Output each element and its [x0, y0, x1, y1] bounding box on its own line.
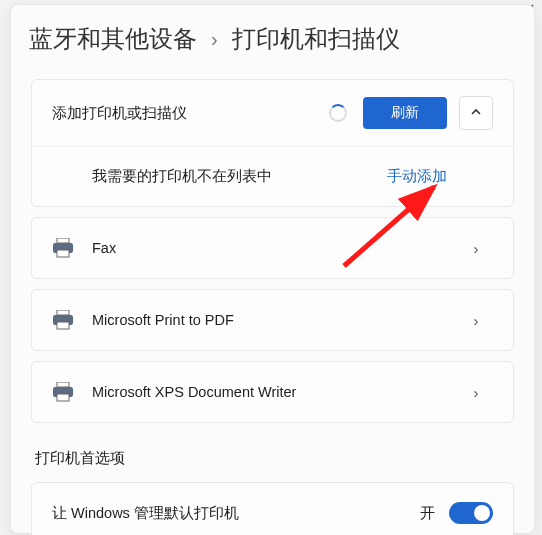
manage-default-label: 让 Windows 管理默认打印机	[52, 504, 420, 523]
manage-default-toggle[interactable]	[449, 502, 493, 524]
add-printer-title: 添加打印机或扫描仪	[52, 104, 329, 123]
printer-icon	[52, 238, 92, 258]
printer-icon	[52, 382, 92, 402]
chevron-right-icon: ›	[459, 240, 493, 257]
svg-rect-7	[57, 310, 69, 315]
not-in-list-label: 我需要的打印机不在列表中	[52, 167, 387, 186]
breadcrumb-parent[interactable]: 蓝牙和其他设备	[29, 23, 197, 55]
chevron-right-icon: ›	[459, 384, 493, 401]
refresh-button[interactable]: 刷新	[363, 97, 447, 129]
toggle-state-text: 开	[420, 504, 435, 523]
collapse-toggle[interactable]	[459, 96, 493, 130]
svg-rect-4	[57, 238, 69, 243]
svg-rect-10	[57, 382, 69, 387]
loading-spinner-icon	[329, 104, 347, 122]
svg-rect-6	[57, 250, 69, 257]
printer-name: Microsoft XPS Document Writer	[92, 384, 459, 400]
printer-icon	[52, 310, 92, 330]
chevron-right-icon: ›	[211, 28, 218, 51]
printer-item-xps[interactable]: Microsoft XPS Document Writer ›	[31, 361, 514, 423]
printer-item-pdf[interactable]: Microsoft Print to PDF ›	[31, 289, 514, 351]
svg-rect-12	[57, 394, 69, 401]
printer-name: Fax	[92, 240, 459, 256]
manage-default-row[interactable]: 让 Windows 管理默认打印机 开	[31, 482, 514, 535]
printer-name: Microsoft Print to PDF	[92, 312, 459, 328]
add-printer-card: 添加打印机或扫描仪 刷新 我需要的打印机不在列表中 手动添加	[31, 79, 514, 207]
breadcrumb-current: 打印机和扫描仪	[232, 23, 400, 55]
chevron-up-icon	[470, 104, 482, 122]
manual-add-link[interactable]: 手动添加	[387, 167, 447, 186]
svg-rect-9	[57, 322, 69, 329]
printer-item-fax[interactable]: Fax ›	[31, 217, 514, 279]
breadcrumb: 蓝牙和其他设备 › 打印机和扫描仪	[11, 23, 534, 69]
chevron-right-icon: ›	[459, 312, 493, 329]
printer-prefs-heading: 打印机首选项	[11, 433, 534, 472]
